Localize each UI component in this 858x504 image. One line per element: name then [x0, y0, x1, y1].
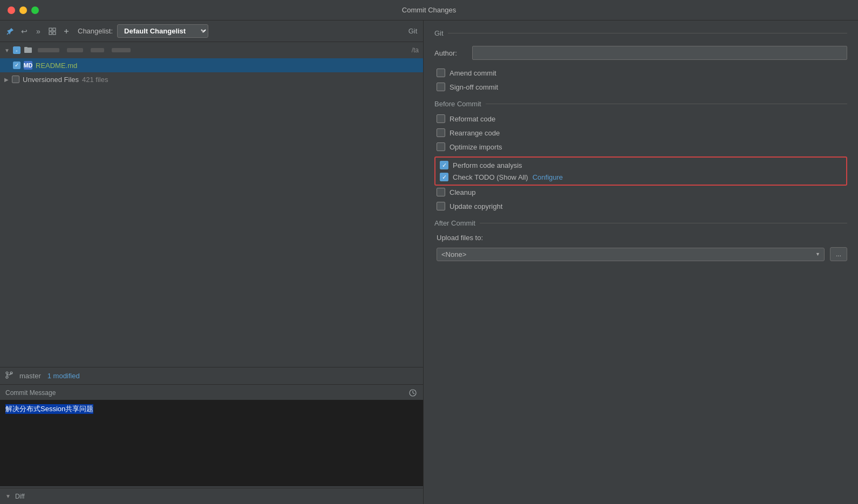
unversioned-label: Unversioned Files	[23, 76, 79, 84]
upload-dropdown-row: <None> ...	[434, 247, 847, 261]
check-todo-checkbox[interactable]	[440, 173, 448, 181]
unversioned-checkbox[interactable]	[12, 76, 19, 83]
branch-icon	[5, 371, 13, 380]
svg-rect-1	[49, 28, 52, 31]
title-bar: Commit Changes	[0, 0, 858, 21]
branch-name: master	[19, 372, 41, 380]
expand-all-icon[interactable]	[47, 26, 57, 36]
root-checkbox[interactable]	[13, 46, 21, 54]
svg-point-11	[6, 376, 8, 378]
changelist-dropdown-wrapper[interactable]: Default Changelist	[117, 24, 208, 38]
toolbar: ↩ » Changelist: Default Changeli	[0, 21, 423, 42]
update-copyright-row: Update copyright	[434, 202, 847, 210]
readme-filename: README.md	[36, 62, 77, 70]
git-section-label: Git	[408, 26, 418, 36]
folder-icon	[24, 45, 32, 56]
check-todo-row: Check TODO (Show All) Configure	[438, 173, 844, 181]
highlighted-group: Perform code analysis Check TODO (Show A…	[434, 156, 847, 186]
svg-rect-8	[24, 47, 28, 49]
cleanup-row: Cleanup	[434, 188, 847, 196]
window-controls[interactable]	[8, 6, 39, 14]
perform-analysis-checkbox[interactable]	[440, 161, 448, 169]
rearrange-code-checkbox[interactable]	[437, 128, 445, 137]
author-input[interactable]	[472, 46, 847, 60]
upload-label: Upload files to:	[437, 234, 483, 242]
before-commit-divider: Before Commit	[434, 100, 847, 108]
changelist-label: Changelist:	[78, 27, 113, 35]
author-label: Author:	[434, 49, 467, 57]
cleanup-label: Cleanup	[450, 188, 475, 196]
left-panel: ↩ » Changelist: Default Changeli	[0, 21, 424, 504]
optimize-imports-row: Optimize imports	[434, 142, 847, 151]
perform-analysis-label: Perform code analysis	[453, 161, 522, 169]
unversioned-count: 421 files	[82, 76, 108, 84]
sign-off-checkbox[interactable]	[437, 83, 445, 91]
configure-link[interactable]: Configure	[533, 173, 563, 181]
commit-message-label: Commit Message	[5, 389, 56, 397]
reformat-code-label: Reformat code	[450, 115, 495, 123]
rearrange-code-row: Rearrange code	[434, 128, 847, 137]
update-copyright-label: Update copyright	[450, 202, 502, 210]
upload-files-row: Upload files to:	[434, 234, 847, 242]
upload-dropdown-wrapper[interactable]: <None>	[437, 248, 825, 261]
file-tree: MD README.md ▶ Unversioned Files 421 fil…	[0, 58, 423, 367]
file-tree-header: ▼ /ta	[0, 42, 423, 58]
modified-badge: 1 modified	[47, 372, 80, 380]
maximize-button[interactable]	[31, 6, 39, 14]
expand-triangle[interactable]: ▶	[4, 77, 9, 83]
svg-rect-3	[49, 32, 52, 35]
status-bar: master 1 modified	[0, 367, 423, 384]
update-copyright-checkbox[interactable]	[437, 202, 445, 210]
close-button[interactable]	[8, 6, 15, 14]
amend-commit-checkbox[interactable]	[437, 69, 445, 77]
perform-analysis-row: Perform code analysis	[438, 161, 844, 169]
more-button[interactable]: ...	[830, 247, 847, 261]
reformat-code-row: Reformat code	[434, 114, 847, 123]
sign-off-row: Sign-off commit	[434, 83, 847, 91]
cleanup-checkbox[interactable]	[437, 188, 445, 196]
minimize-button[interactable]	[19, 6, 27, 14]
pin-icon[interactable]	[5, 26, 15, 36]
diff-section: ▼ Diff	[0, 488, 423, 504]
readme-checkbox[interactable]	[13, 62, 21, 69]
clock-icon[interactable]	[408, 388, 418, 398]
author-row: Author:	[434, 46, 847, 60]
collapse-triangle[interactable]: ▼	[4, 47, 10, 53]
svg-line-0	[7, 32, 9, 35]
commit-message-textarea[interactable]	[0, 400, 423, 486]
commit-message-section: Commit Message	[0, 384, 423, 488]
optimize-imports-checkbox[interactable]	[437, 142, 445, 151]
table-row[interactable]: MD README.md	[0, 58, 423, 72]
svg-line-14	[413, 393, 414, 394]
commit-message-header: Commit Message	[0, 385, 423, 400]
optimize-imports-label: Optimize imports	[450, 143, 502, 151]
main-container: ↩ » Changelist: Default Changeli	[0, 21, 858, 504]
svg-rect-2	[53, 28, 56, 31]
svg-point-9	[6, 372, 8, 374]
unversioned-files-row[interactable]: ▶ Unversioned Files 421 files	[0, 72, 423, 86]
sign-off-label: Sign-off commit	[450, 83, 498, 91]
amend-commit-label: Amend commit	[450, 69, 496, 77]
more-actions-icon[interactable]: »	[33, 26, 43, 36]
md-file-icon: MD	[24, 61, 32, 70]
window-title: Commit Changes	[402, 6, 456, 14]
path-label: /ta	[412, 46, 419, 54]
collapse-all-icon[interactable]	[62, 26, 71, 36]
git-section-title: Git	[434, 29, 847, 37]
reformat-code-checkbox[interactable]	[437, 114, 445, 123]
diff-triangle[interactable]: ▼	[5, 493, 11, 499]
svg-rect-4	[53, 32, 56, 35]
upload-select[interactable]: <None>	[437, 248, 825, 261]
check-todo-label: Check TODO (Show All)	[453, 173, 528, 181]
after-commit-divider: After Commit	[434, 219, 847, 227]
diff-label: Diff	[15, 493, 25, 500]
right-panel: Git Author: Amend commit Sign-off commit…	[424, 21, 858, 504]
amend-commit-row: Amend commit	[434, 69, 847, 77]
rearrange-code-label: Rearrange code	[450, 129, 500, 137]
undo-icon[interactable]: ↩	[19, 26, 29, 36]
changelist-select[interactable]: Default Changelist	[117, 24, 208, 38]
